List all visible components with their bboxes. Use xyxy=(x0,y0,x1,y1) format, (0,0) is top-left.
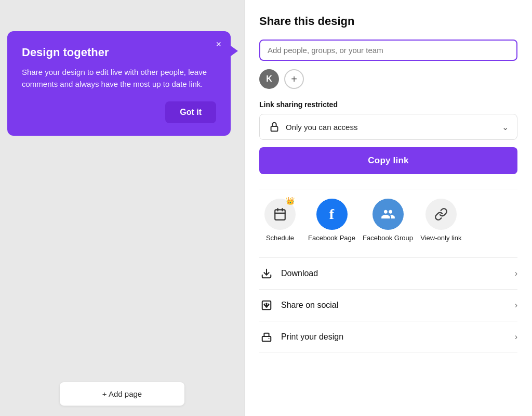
search-input[interactable] xyxy=(268,46,509,55)
avatars-row: K + xyxy=(259,69,517,89)
add-page-button[interactable]: + Add page xyxy=(60,382,184,406)
share-on-social-icon xyxy=(259,298,274,313)
schedule-item[interactable]: 👑 Schedule xyxy=(259,199,301,243)
copy-link-button[interactable]: Copy link xyxy=(259,147,517,174)
share-panel: Share this design K + Link sharing restr… xyxy=(244,0,532,416)
access-dropdown[interactable]: Only you can access ⌄ xyxy=(259,114,517,140)
svg-point-7 xyxy=(265,305,268,308)
print-chevron-icon: › xyxy=(515,332,517,342)
search-input-wrap[interactable] xyxy=(259,40,517,61)
social-icons-row: 👑 Schedule f Facebook Page xyxy=(259,199,517,247)
view-only-link-label: View-only link xyxy=(420,234,461,243)
share-on-social-chevron-icon: › xyxy=(515,301,517,310)
print-your-design-label: Print your design xyxy=(281,332,515,342)
avatar: K xyxy=(259,69,279,89)
facebook-group-label: Facebook Group xyxy=(363,234,413,243)
svg-rect-8 xyxy=(262,336,271,341)
tooltip-arrow xyxy=(231,46,238,56)
schedule-label: Schedule xyxy=(266,234,294,243)
svg-rect-1 xyxy=(275,210,285,220)
share-on-social-action[interactable]: Share on social › xyxy=(259,289,517,321)
divider xyxy=(259,189,517,189)
facebook-page-item[interactable]: f Facebook Page xyxy=(308,199,355,243)
chevron-down-icon: ⌄ xyxy=(502,122,509,132)
access-label: Only you can access xyxy=(286,123,357,132)
access-dropdown-left: Only you can access xyxy=(268,121,357,133)
tooltip-description: Share your design to edit live with othe… xyxy=(22,67,216,90)
tooltip-close-button[interactable]: × xyxy=(216,40,221,49)
download-action[interactable]: Download › xyxy=(259,257,517,289)
share-on-social-label: Share on social xyxy=(281,301,515,310)
got-it-button[interactable]: Got it xyxy=(165,101,216,123)
download-label: Download xyxy=(281,269,515,278)
crown-badge: 👑 xyxy=(286,197,295,205)
facebook-group-item[interactable]: Facebook Group xyxy=(363,199,413,243)
link-sharing-label: Link sharing restricted xyxy=(259,100,517,109)
view-only-link-item[interactable]: View-only link xyxy=(420,199,462,243)
facebook-page-label: Facebook Page xyxy=(308,234,355,243)
add-person-button[interactable]: + xyxy=(284,69,304,89)
facebook-group-icon-circle xyxy=(373,199,404,230)
tooltip-title: Design together xyxy=(22,46,216,59)
schedule-icon-circle: 👑 xyxy=(264,199,296,230)
print-your-design-action[interactable]: Print your design › xyxy=(259,321,517,353)
view-only-link-icon-circle xyxy=(425,199,457,230)
lock-icon xyxy=(268,121,281,133)
design-together-tooltip: × Design together Share your design to e… xyxy=(7,31,231,136)
download-icon xyxy=(259,266,274,281)
panel-title: Share this design xyxy=(259,15,517,28)
download-chevron-icon: › xyxy=(515,269,517,278)
facebook-page-icon-circle: f xyxy=(316,199,348,230)
print-icon xyxy=(259,330,274,344)
svg-point-9 xyxy=(269,338,270,339)
svg-rect-0 xyxy=(271,126,278,131)
